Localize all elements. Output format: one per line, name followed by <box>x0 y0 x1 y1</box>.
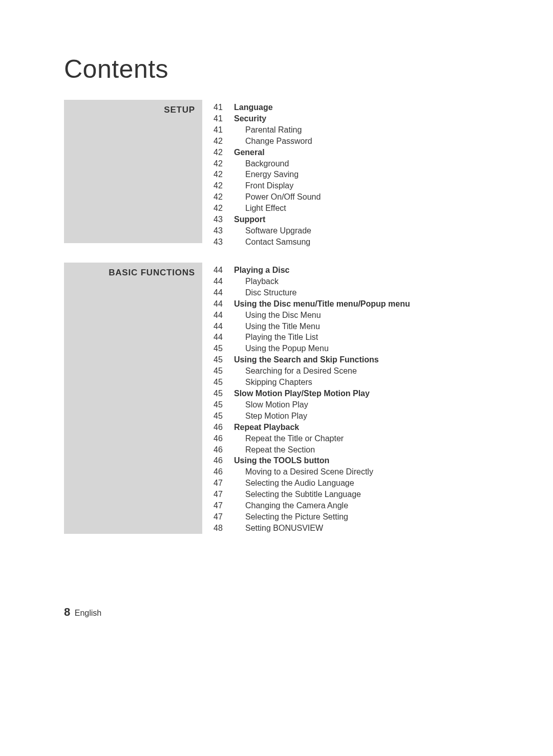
toc-page-number: 42 <box>214 169 234 180</box>
section-heading-basic: BASIC FUNCTIONS <box>64 263 202 534</box>
toc-page-number: 44 <box>214 265 234 276</box>
toc-label: Security <box>234 113 266 124</box>
toc-entry: 42Background <box>214 158 321 169</box>
toc-label: Repeat the Section <box>234 444 315 456</box>
toc-entry: 42Front Display <box>214 180 321 191</box>
toc-entry: 48Setting BONUSVIEW <box>214 523 410 534</box>
toc-entry: 44Playing the Title List <box>214 332 410 343</box>
toc-label: Changing the Camera Angle <box>234 500 348 511</box>
toc-label: Setting BONUSVIEW <box>234 523 323 534</box>
toc-entry: 41Language <box>214 102 321 113</box>
section-heading-setup: SETUP <box>64 100 202 243</box>
toc-label: Parental Rating <box>234 124 302 136</box>
toc-entry: 45Searching for a Desired Scene <box>214 365 410 377</box>
toc-entry: 42General <box>214 147 321 158</box>
toc-page-number: 47 <box>214 489 234 500</box>
toc-label: Playing the Title List <box>234 332 318 343</box>
toc-label: Step Motion Play <box>234 411 307 422</box>
toc-label: Skipping Chapters <box>234 377 312 388</box>
toc-label: Searching for a Desired Scene <box>234 365 357 377</box>
toc-page-number: 44 <box>214 287 234 298</box>
toc-page-number: 43 <box>214 225 234 236</box>
toc-label: Change Password <box>234 136 312 147</box>
toc-page-number: 45 <box>214 399 234 411</box>
toc-page-number: 44 <box>214 298 234 310</box>
toc-page-number: 46 <box>214 455 234 466</box>
toc-entry: 42Change Password <box>214 136 321 147</box>
toc-label: Software Upgrade <box>234 225 311 236</box>
toc-entry: 45Slow Motion Play/Step Motion Play <box>214 388 410 399</box>
toc-entry: 46Repeat the Section <box>214 444 410 456</box>
section-setup: SETUP 41Language41Security41Parental Rat… <box>64 100 321 248</box>
footer-language: English <box>75 609 101 617</box>
toc-label: Using the Popup Menu <box>234 343 329 354</box>
toc-page-number: 43 <box>214 214 234 225</box>
toc-page-number: 45 <box>214 343 234 354</box>
toc-page-number: 46 <box>214 466 234 478</box>
toc-label: Repeat Playback <box>234 422 299 433</box>
toc-entry: 44Playback <box>214 276 410 287</box>
toc-page-number: 45 <box>214 377 234 388</box>
toc-label: Moving to a Desired Scene Directly <box>234 466 373 478</box>
toc-entry: 46Repeat the Title or Chapter <box>214 433 410 444</box>
toc-entry: 46Repeat Playback <box>214 422 410 433</box>
toc-page-number: 45 <box>214 388 234 399</box>
toc-label: Selecting the Audio Language <box>234 478 354 489</box>
toc-page-number: 46 <box>214 422 234 433</box>
toc-entries-setup: 41Language41Security41Parental Rating42C… <box>214 100 321 248</box>
toc-entry: 43Support <box>214 214 321 225</box>
toc-page-number: 42 <box>214 191 234 203</box>
toc-entry: 45Using the Search and Skip Functions <box>214 354 410 365</box>
toc-entry: 47Selecting the Picture Setting <box>214 511 410 523</box>
toc-page-number: 43 <box>214 236 234 248</box>
toc-entry: 45Using the Popup Menu <box>214 343 410 354</box>
toc-entry: 41Security <box>214 113 321 124</box>
toc-label: Playing a Disc <box>234 265 290 276</box>
toc-entry: 45Slow Motion Play <box>214 399 410 411</box>
footer: 8 English <box>64 606 101 619</box>
toc-page-number: 41 <box>214 113 234 124</box>
toc-page-number: 48 <box>214 523 234 534</box>
toc-label: Light Effect <box>234 203 286 214</box>
toc-page-number: 47 <box>214 478 234 489</box>
section-basic-functions: BASIC FUNCTIONS 44Playing a Disc44Playba… <box>64 263 410 534</box>
toc-entry: 43Software Upgrade <box>214 225 321 236</box>
toc-entry: 47Selecting the Audio Language <box>214 478 410 489</box>
toc-entry: 44Using the Disc menu/Title menu/Popup m… <box>214 298 410 310</box>
toc-page-number: 42 <box>214 180 234 191</box>
toc-entry: 44Disc Structure <box>214 287 410 298</box>
page-number: 8 <box>64 606 70 618</box>
toc-entry: 42Energy Saving <box>214 169 321 180</box>
toc-page-number: 41 <box>214 102 234 113</box>
toc-page-number: 46 <box>214 444 234 456</box>
page-title: Contents <box>64 54 168 84</box>
toc-page-number: 45 <box>214 365 234 377</box>
toc-entry: 46Moving to a Desired Scene Directly <box>214 466 410 478</box>
toc-label: Using the Disc menu/Title menu/Popup men… <box>234 298 410 310</box>
toc-page-number: 45 <box>214 354 234 365</box>
toc-page-number: 42 <box>214 147 234 158</box>
toc-entry: 45Skipping Chapters <box>214 377 410 388</box>
toc-label: Using the Title Menu <box>234 321 320 332</box>
toc-label: Using the Disc Menu <box>234 310 321 321</box>
toc-entry: 43Contact Samsung <box>214 236 321 248</box>
toc-label: Support <box>234 214 265 225</box>
toc-page-number: 41 <box>214 124 234 136</box>
toc-label: General <box>234 147 265 158</box>
toc-label: Power On/Off Sound <box>234 191 321 203</box>
toc-page-number: 47 <box>214 511 234 523</box>
toc-label: Playback <box>234 276 279 287</box>
toc-label: Selecting the Subtitle Language <box>234 489 361 500</box>
toc-entry: 44Playing a Disc <box>214 265 410 276</box>
toc-label: Language <box>234 102 273 113</box>
toc-page-number: 44 <box>214 321 234 332</box>
toc-page-number: 42 <box>214 203 234 214</box>
toc-label: Repeat the Title or Chapter <box>234 433 344 444</box>
toc-entry: 47Selecting the Subtitle Language <box>214 489 410 500</box>
toc-label: Using the TOOLS button <box>234 455 329 466</box>
toc-label: Selecting the Picture Setting <box>234 511 348 523</box>
toc-label: Slow Motion Play <box>234 399 308 411</box>
toc-entry: 47Changing the Camera Angle <box>214 500 410 511</box>
toc-page-number: 42 <box>214 158 234 169</box>
toc-page-number: 47 <box>214 500 234 511</box>
